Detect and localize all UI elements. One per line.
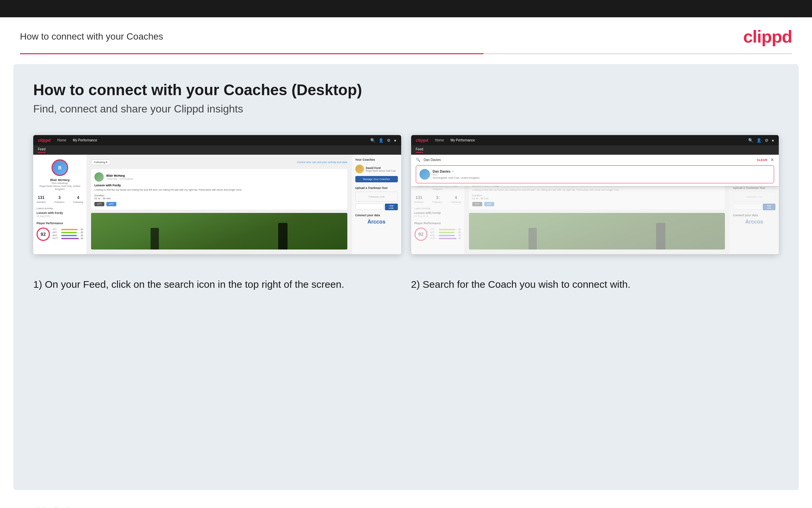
coach-name: David Ford bbox=[366, 166, 396, 170]
profile-club: Royal North Devon Golf Club, United King… bbox=[37, 185, 83, 190]
main-subheading: Find, connect and share your Clippd insi… bbox=[33, 103, 779, 115]
performance-widget: 92 OTT 90 APP 85 bbox=[37, 227, 83, 241]
step-2-text-content: 2) Search for the Coach you wish to conn… bbox=[411, 279, 630, 290]
profile-section: B Blair McHarg Plus Handicap Royal North… bbox=[37, 159, 83, 190]
feed-tab-label[interactable]: Feed bbox=[38, 147, 46, 153]
followers-label: Followers bbox=[54, 201, 64, 203]
clear-button[interactable]: CLEAR bbox=[757, 158, 767, 162]
activity-date: 03 Aug 2022 bbox=[37, 215, 83, 218]
activities-count: 131 bbox=[37, 195, 46, 200]
search-popup: 🔍 Dan Davies CLEAR ✕ Dan Davies ✓ bbox=[411, 155, 779, 186]
search-icon-nav[interactable]: 🔍 bbox=[370, 138, 375, 143]
bar-arg: ARG 86 bbox=[52, 234, 83, 237]
steps-row: 1) On your Feed, click on the search ico… bbox=[33, 271, 779, 291]
stats-row-2: 131 Activities 3 Followers 4 bbox=[415, 195, 461, 204]
page-title: How to connect with your Coaches bbox=[20, 31, 163, 42]
close-button[interactable]: ✕ bbox=[770, 157, 774, 162]
duration-time: 01 hr : 30 min bbox=[94, 197, 111, 200]
step-1-text-content: 1) On your Feed, click on the search ico… bbox=[33, 279, 344, 290]
search-icon-popup: 🔍 bbox=[416, 158, 421, 162]
main-content: How to connect with your Coaches (Deskto… bbox=[13, 64, 799, 490]
feed-tab-2: Feed bbox=[411, 145, 779, 155]
ott-button[interactable]: OTT bbox=[94, 202, 104, 206]
settings-icon-nav[interactable]: ⚙ bbox=[387, 138, 390, 143]
user-icon-nav-2[interactable]: 👤 bbox=[757, 138, 761, 143]
coach-club: Royal North Devon Golf Club bbox=[366, 170, 396, 172]
lesson-header: Blair McHarg Yesterday · Sunningdale bbox=[94, 172, 344, 182]
lesson-coach-name: Blair McHarg bbox=[106, 174, 133, 177]
search-overlay: 🔍 Dan Davies CLEAR ✕ Dan Davies ✓ bbox=[411, 155, 779, 254]
footer: Copyright Clippd 2022 bbox=[0, 500, 812, 508]
nav-logo-1: clippd bbox=[38, 138, 51, 143]
following-button[interactable]: Following ▾ bbox=[91, 159, 110, 165]
upload-title: Upload a Trackman Test bbox=[355, 186, 398, 189]
step-2-text: 2) Search for the Coach you wish to conn… bbox=[411, 278, 779, 291]
avatar-icon-nav[interactable]: ● bbox=[394, 138, 396, 143]
score-circle: 92 bbox=[37, 227, 50, 241]
nav-my-performance-1: My Performance bbox=[73, 138, 97, 142]
connect-data-title: Connect your data bbox=[355, 214, 398, 217]
clippd-logo: clippd bbox=[743, 27, 792, 47]
center-feed-1: Following ▾ Control who can see your act… bbox=[86, 155, 352, 254]
stat-followers: 3 Followers bbox=[54, 195, 64, 204]
add-link-button[interactable]: Add Link bbox=[385, 204, 397, 210]
manage-coaches-button[interactable]: Manage Your Coaches bbox=[355, 176, 398, 182]
perf-bars: OTT 90 APP 85 ARG bbox=[52, 228, 83, 240]
activity-name: Lesson with Fordy bbox=[37, 211, 83, 215]
following-row: Following ▾ Control who can see your act… bbox=[91, 159, 347, 165]
feed-tab-1: Feed bbox=[33, 145, 401, 155]
search-bar-row: 🔍 Dan Davies CLEAR ✕ bbox=[411, 155, 779, 165]
action-btns: OTT APP bbox=[94, 202, 344, 206]
result-club: Sunningdale Golf Club, United Kingdom bbox=[433, 176, 480, 179]
lesson-avatar bbox=[94, 172, 104, 182]
settings-icon-nav-2[interactable]: ⚙ bbox=[765, 138, 768, 143]
right-panel-1: Your Coaches David Ford Royal North Devo… bbox=[352, 155, 401, 254]
following-count: 4 bbox=[73, 195, 83, 200]
coach-card: David Ford Royal North Devon Golf Club bbox=[355, 165, 398, 173]
app-nav-1: clippd Home My Performance 🔍 👤 ⚙ ● bbox=[33, 135, 401, 145]
control-link[interactable]: Control who can see your activity and da… bbox=[297, 161, 347, 164]
arccos-logo: Arccos bbox=[355, 219, 398, 225]
bar-app: APP 85 bbox=[52, 231, 83, 234]
avatar: B bbox=[51, 159, 68, 176]
header: How to connect with your Coaches clippd bbox=[0, 17, 812, 53]
main-heading: How to connect with your Coaches (Deskto… bbox=[33, 81, 779, 99]
stat-following: 4 Following bbox=[73, 195, 83, 204]
following-label: Following bbox=[73, 201, 83, 203]
result-role: Pro bbox=[433, 173, 480, 176]
screenshots-row: clippd Home My Performance 🔍 👤 ⚙ ● Feed bbox=[33, 135, 779, 254]
step-2-caption: 2) Search for the Coach you wish to conn… bbox=[411, 271, 779, 291]
step-1-caption: 1) On your Feed, click on the search ico… bbox=[33, 271, 401, 291]
result-avatar bbox=[420, 169, 430, 180]
activities-label: Activities bbox=[37, 201, 46, 203]
stat-activities: 131 Activities bbox=[37, 195, 46, 204]
coach-avatar bbox=[355, 165, 364, 173]
user-icon-nav[interactable]: 👤 bbox=[379, 138, 384, 143]
profile-handicap: Plus Handicap bbox=[37, 182, 83, 185]
screenshot-2: clippd Home My Performance 🔍 👤 ⚙ ● Feed bbox=[411, 135, 779, 254]
app-nav-2: clippd Home My Performance 🔍 👤 ⚙ ● bbox=[411, 135, 779, 145]
left-sidebar-1: B Blair McHarg Plus Handicap Royal North… bbox=[33, 155, 86, 254]
lesson-title: Lesson with Fordy bbox=[94, 184, 344, 187]
result-name: Dan Davies bbox=[433, 170, 451, 173]
step-1-text: 1) On your Feed, click on the search ico… bbox=[33, 278, 401, 291]
nav-logo-2: clippd bbox=[416, 138, 428, 143]
bar-ott: OTT 90 bbox=[52, 228, 83, 230]
app-mockup-1: clippd Home My Performance 🔍 👤 ⚙ ● Feed bbox=[33, 135, 401, 254]
nav-icons-2: 🔍 👤 ⚙ ● bbox=[748, 138, 774, 143]
followers-count: 3 bbox=[54, 195, 64, 200]
verified-icon: ✓ bbox=[452, 170, 455, 173]
duration-label: Duration bbox=[94, 194, 104, 197]
search-icon-nav-2[interactable]: 🔍 bbox=[748, 138, 753, 143]
avatar-icon-nav-2[interactable]: ● bbox=[772, 138, 774, 143]
nav-icons-1: 🔍 👤 ⚙ ● bbox=[370, 138, 396, 143]
trackman-input[interactable] bbox=[355, 204, 384, 210]
search-result-card[interactable]: Dan Davies ✓ Pro Sunningdale Golf Club, … bbox=[416, 165, 774, 183]
feed-tab-label-2[interactable]: Feed bbox=[416, 147, 423, 153]
stats-row: 131 Activities 3 Followers 4 Following bbox=[37, 195, 83, 204]
copyright-text: Copyright Clippd 2022 bbox=[20, 507, 86, 508]
nav-home-2: Home bbox=[435, 138, 444, 142]
nav-my-performance-2: My Performance bbox=[450, 138, 475, 142]
app-button[interactable]: APP bbox=[106, 202, 116, 206]
nav-home-1: Home bbox=[57, 138, 66, 142]
